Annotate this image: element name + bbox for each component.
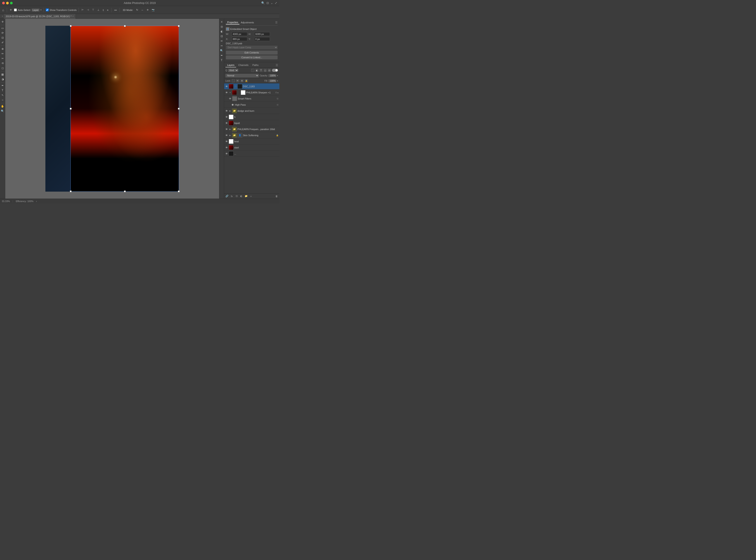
align-center-v-button[interactable]: ‡ xyxy=(102,8,105,12)
visibility-icon-phlearn-freq[interactable]: 👁 xyxy=(225,128,228,131)
layer-item-liquid[interactable]: 👁 liquid xyxy=(224,120,279,126)
expand-skin-softening[interactable]: ▶ xyxy=(229,134,231,137)
new-group-button[interactable]: 📁 xyxy=(244,194,248,198)
text-compact-btn[interactable]: T xyxy=(220,58,224,62)
add-mask-button[interactable]: ⊡ xyxy=(235,194,239,198)
visibility-icon-skin-softening[interactable]: 👁 xyxy=(225,134,228,137)
height-input[interactable] xyxy=(254,32,270,36)
align-top-button[interactable]: ⊥ xyxy=(97,8,100,12)
move-tool-button[interactable]: ✛ xyxy=(0,20,5,24)
visibility-icon-dodge-burn[interactable]: 👁 xyxy=(225,109,228,113)
link-layers-button[interactable]: 🔗 xyxy=(225,194,229,198)
path-select-button[interactable]: ↖ xyxy=(0,93,5,97)
layer-item-dodge-burn[interactable]: 👁 ▶ 📁 dodge and burn xyxy=(224,108,279,114)
brush-compact-btn[interactable]: ✏ xyxy=(220,39,224,43)
maximize-button[interactable] xyxy=(10,2,13,4)
align-left-button[interactable]: ⊢ xyxy=(81,8,85,12)
visibility-icon-phlearn-sharpen[interactable]: 👁 xyxy=(225,91,228,94)
auto-select-label[interactable]: Auto-Select: Layer ▾ xyxy=(14,8,41,12)
tab-properties[interactable]: Properties xyxy=(226,21,239,24)
lock-artboard-button[interactable]: ⊕ xyxy=(240,79,244,82)
width-input[interactable] xyxy=(232,32,247,36)
show-transform-checkbox[interactable] xyxy=(46,8,49,11)
visibility-icon-more[interactable]: 👁 xyxy=(225,152,228,155)
visibility-icon-high-pass[interactable] xyxy=(231,103,234,106)
clone-compact-btn[interactable]: ✂ xyxy=(220,44,224,48)
shape-tool-button[interactable]: ○ xyxy=(0,98,5,102)
mask-btn[interactable]: ⊡ xyxy=(220,34,224,38)
filter-smart-button[interactable]: ⊡ xyxy=(267,68,271,72)
3d-mode-button[interactable]: 3D Mode: xyxy=(122,8,134,12)
layer-comp-select[interactable]: Don't Apply Layer Comp xyxy=(226,46,278,49)
close-button[interactable] xyxy=(2,2,5,4)
layer-item-heal[interactable]: 👁 heal xyxy=(224,138,279,144)
adjustment-layer-btn[interactable]: ◐ xyxy=(220,29,224,34)
gradient-tool-button[interactable]: ▦ xyxy=(0,72,5,77)
layer-item-start[interactable]: 👁 start xyxy=(224,144,279,151)
magnify-btn[interactable]: 🔍 xyxy=(220,48,224,53)
tab-layers[interactable]: Layers xyxy=(225,63,236,67)
filter-type-button[interactable]: T xyxy=(259,68,263,72)
lock-all-button[interactable]: 🔒 xyxy=(245,79,248,82)
pen-tool-button[interactable]: ✒ xyxy=(0,83,5,88)
text-tool-button[interactable]: T xyxy=(0,88,5,93)
filter-shape-button[interactable]: ◻ xyxy=(263,68,267,72)
auto-select-checkbox[interactable] xyxy=(14,8,17,11)
edit-contents-button[interactable]: Edit Contents xyxy=(226,51,278,55)
layer-item-smart-filters[interactable]: 👁 Smart Filters ⊡ xyxy=(224,96,279,102)
orbit-3d-button[interactable]: ✛ xyxy=(146,8,150,12)
tab-close-button[interactable]: × xyxy=(73,15,74,18)
lasso-tool-button[interactable]: ⟳ xyxy=(0,31,5,35)
move-tool[interactable]: ✛ xyxy=(9,8,13,12)
visibility-icon-heal[interactable]: 👁 xyxy=(225,140,228,143)
canvas-area[interactable] xyxy=(5,19,219,199)
new-fill-adj-button[interactable]: ◐ xyxy=(239,194,243,198)
x-input[interactable] xyxy=(232,37,247,41)
layer-fx-phlearn-sharpen[interactable]: ⊙ ▴ xyxy=(275,91,278,94)
fill-input[interactable] xyxy=(268,79,276,82)
tab-adjustments[interactable]: Adjustments xyxy=(239,21,255,24)
layer-item-high-pass[interactable]: High Pass ⊡ xyxy=(224,102,279,108)
rectangular-marquee-button[interactable]: ▭ xyxy=(0,26,5,30)
add-fx-button[interactable]: fx xyxy=(230,194,234,198)
visibility-icon-dsc1183[interactable]: 👁 xyxy=(225,85,228,88)
lock-paint-button[interactable]: ✏ xyxy=(236,79,239,82)
skin-softening-icon-right[interactable]: 🔒 xyxy=(276,134,278,136)
layer-item-skin-softening[interactable]: 👁 ▶ 📁 👤 Skin Softening 🔒 xyxy=(224,132,279,138)
camera-3d-button[interactable]: 📷 xyxy=(151,8,156,12)
expand-phlearn-sharpen[interactable]: ▾ xyxy=(229,91,231,94)
rotate-3d-button[interactable]: ↻ xyxy=(135,8,139,12)
search-icon[interactable]: 🔍 xyxy=(261,1,265,5)
high-pass-icon-right[interactable]: ⊡ xyxy=(277,104,278,106)
visibility-icon-start[interactable]: 👁 xyxy=(225,146,228,149)
tab-paths[interactable]: Paths xyxy=(251,63,260,67)
align-center-h-button[interactable]: ⊣ xyxy=(86,8,90,12)
layer-item-phlearn-freq[interactable]: 👁 ▶ 📁 PHLEARN Frequen...paration 16bit xyxy=(224,126,279,132)
lock-position-button[interactable]: ⬛ xyxy=(232,79,235,82)
tab-channels[interactable]: Channels xyxy=(237,63,250,67)
healing-brush-button[interactable]: ⊕ xyxy=(0,47,5,51)
auto-select-dropdown[interactable]: Layer xyxy=(32,8,40,12)
properties-panel-toggle[interactable]: ≡ xyxy=(220,20,224,24)
zoom-tool-button[interactable]: 🔍 xyxy=(0,109,5,113)
visibility-icon-smart-filters[interactable]: 👁 xyxy=(228,97,232,100)
home-button[interactable]: ⌂ xyxy=(1,8,5,12)
eraser-button[interactable]: ◻ xyxy=(0,66,5,70)
status-arrow[interactable]: › xyxy=(36,200,37,202)
document-tab[interactable]: 2019-03-03-teezie1676.psb @ 33.3% (DSC_1… xyxy=(4,14,76,19)
dodge-burn-button[interactable]: ◑ xyxy=(0,77,5,81)
arrange-icon[interactable]: ⊡ xyxy=(266,1,269,5)
expand-icon[interactable]: ⤢ xyxy=(275,1,277,5)
history-brush-button[interactable]: ⟲ xyxy=(0,61,5,65)
properties-panel-close[interactable]: ☰ xyxy=(275,21,278,24)
layer-item-more[interactable]: 👁 ... xyxy=(224,151,279,157)
blend-mode-select[interactable]: Normal xyxy=(225,74,259,78)
convert-linked-button[interactable]: Convert to Linked... xyxy=(226,56,278,59)
eyedropper-button[interactable]: ✐ xyxy=(0,40,5,45)
filter-adjust-button[interactable]: ◐ xyxy=(255,68,259,72)
hand-tool-button[interactable]: ✋ xyxy=(0,104,5,108)
new-layer-button[interactable]: + xyxy=(249,194,253,198)
layers-list[interactable]: 👁 ⬡ DSC_1183 👁 ▾ PHLEARN Sharpen +1 xyxy=(224,83,279,193)
delete-layer-button[interactable]: 🗑 xyxy=(275,194,278,198)
pan-3d-button[interactable]: ↔ xyxy=(140,8,144,12)
